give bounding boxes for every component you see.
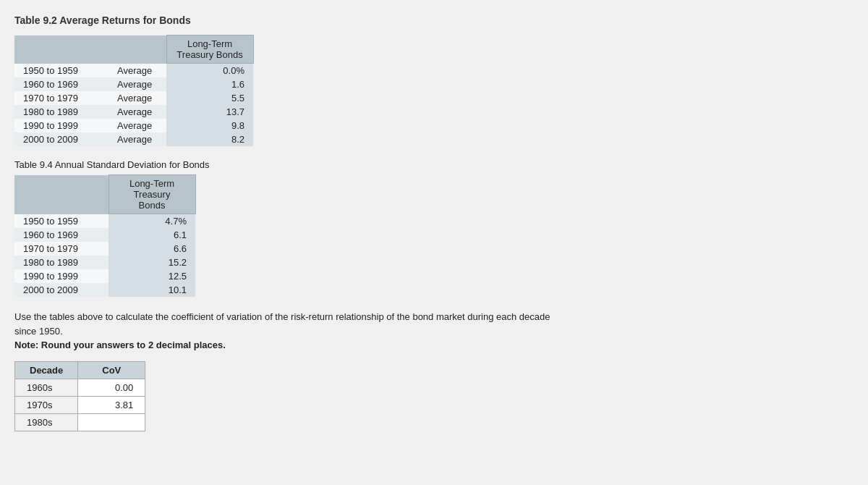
- table-row: 1970 to 1979 Average 5.5: [14, 91, 253, 105]
- decade-label: 1960 to 1969: [14, 77, 109, 91]
- cov-input[interactable]: [90, 382, 133, 393]
- value-cell: 0.0%: [166, 64, 253, 78]
- value-cell: 6.6: [109, 242, 195, 256]
- decade-label: 1970 to 1979: [14, 242, 109, 256]
- table-94-section: Long-Term TreasuryBonds 1950 to 1959 4.7…: [14, 174, 854, 297]
- value-cell: 13.7: [166, 105, 253, 119]
- table-row: 1990 to 1999 12.5: [14, 269, 195, 283]
- type-label: Average: [109, 119, 166, 132]
- table-row: 2000 to 2009 Average 8.2: [14, 132, 253, 146]
- cov-col-cov-header: CoV: [78, 361, 145, 379]
- decade-label: 1970 to 1979: [14, 91, 109, 105]
- table-94-header: Long-Term TreasuryBonds: [109, 175, 195, 214]
- value-cell: 5.5: [166, 91, 253, 105]
- table-row: 1980 to 1989 Average 13.7: [14, 105, 253, 119]
- instruction-line2: since 1950.: [14, 326, 63, 337]
- table-92-section: Long-TermTreasury Bonds 1950 to 1959 Ave…: [14, 35, 854, 146]
- cov-table-row: 1970s: [15, 396, 145, 413]
- value-cell: 9.8: [166, 119, 253, 132]
- table-row: 1950 to 1959 Average 0.0%: [14, 64, 253, 78]
- table-row: 1960 to 1969 6.1: [14, 228, 195, 242]
- decade-label: 1990 to 1999: [14, 119, 109, 132]
- value-cell: 8.2: [166, 132, 253, 146]
- value-cell: 10.1: [109, 283, 195, 297]
- decade-label: 1980 to 1989: [14, 105, 109, 119]
- value-cell: 6.1: [109, 228, 195, 242]
- table-row: 1970 to 1979 6.6: [14, 242, 195, 256]
- cov-table-row: 1980s: [15, 413, 145, 431]
- instructions-block: Use the tables above to calculate the co…: [14, 310, 854, 353]
- value-cell: 4.7%: [109, 214, 195, 229]
- instruction-line1: Use the tables above to calculate the co…: [14, 311, 550, 322]
- type-label: Average: [109, 91, 166, 105]
- instruction-note: Note: Round your answers to 2 decimal pl…: [14, 340, 226, 350]
- decade-label: 1950 to 1959: [14, 214, 109, 229]
- cov-table-row: 1960s: [15, 379, 145, 396]
- cov-table-section: Decade CoV 1960s 1970s 1980s: [14, 361, 854, 431]
- cov-col-decade-header: Decade: [15, 361, 78, 379]
- table-row: 1950 to 1959 4.7%: [14, 214, 195, 229]
- value-cell: 12.5: [109, 269, 195, 283]
- cov-decade-cell: 1980s: [15, 413, 78, 431]
- table-row: 2000 to 2009 10.1: [14, 283, 195, 297]
- cov-input[interactable]: [90, 417, 133, 428]
- cov-value-cell[interactable]: [78, 413, 145, 431]
- cov-table: Decade CoV 1960s 1970s 1980s: [14, 361, 145, 431]
- type-label: Average: [109, 105, 166, 119]
- cov-value-cell[interactable]: [78, 379, 145, 396]
- decade-label: 1960 to 1969: [14, 228, 109, 242]
- cov-input[interactable]: [90, 400, 133, 410]
- table-94: Long-Term TreasuryBonds 1950 to 1959 4.7…: [14, 174, 196, 297]
- decade-label: 2000 to 2009: [14, 132, 109, 146]
- decade-label: 2000 to 2009: [14, 283, 109, 297]
- table-row: 1960 to 1969 Average 1.6: [14, 77, 253, 91]
- cov-decade-cell: 1970s: [15, 396, 78, 413]
- table-92-header: Long-TermTreasury Bonds: [166, 35, 253, 64]
- page-title: Table 9.2 Average Returns for Bonds: [14, 14, 854, 26]
- table-row: 1990 to 1999 Average 9.8: [14, 119, 253, 132]
- type-label: Average: [109, 64, 166, 78]
- table-94-title: Table 9.4 Annual Standard Deviation for …: [14, 159, 854, 170]
- decade-label: 1990 to 1999: [14, 269, 109, 283]
- type-label: Average: [109, 132, 166, 146]
- cov-decade-cell: 1960s: [15, 379, 78, 396]
- value-cell: 15.2: [109, 256, 195, 269]
- table-92: Long-TermTreasury Bonds 1950 to 1959 Ave…: [14, 35, 254, 146]
- type-label: Average: [109, 77, 166, 91]
- cov-value-cell[interactable]: [78, 396, 145, 413]
- decade-label: 1950 to 1959: [14, 64, 109, 78]
- value-cell: 1.6: [166, 77, 253, 91]
- table-row: 1980 to 1989 15.2: [14, 256, 195, 269]
- decade-label: 1980 to 1989: [14, 256, 109, 269]
